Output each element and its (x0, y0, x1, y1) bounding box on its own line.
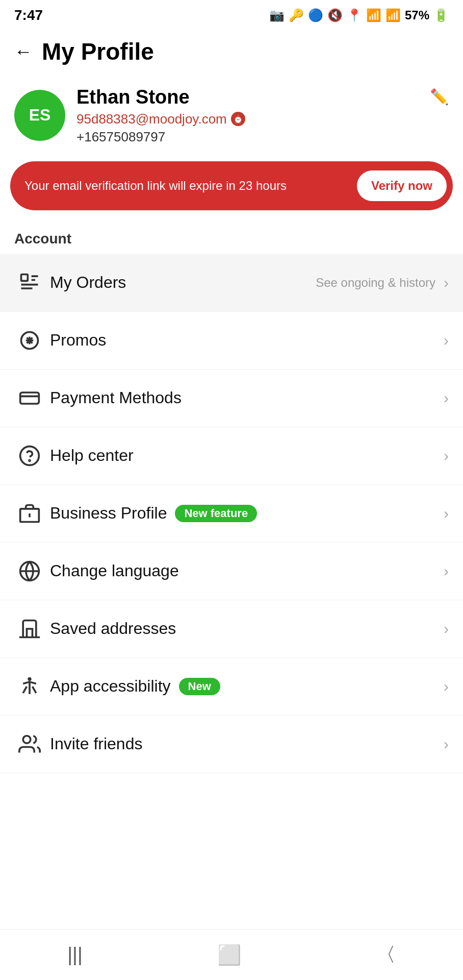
chevron-business-profile-icon: › (444, 505, 449, 522)
business-icon (14, 498, 45, 529)
accessibility-icon (14, 671, 45, 702)
chevron-payment-methods-icon: › (444, 389, 449, 407)
badge-app-accessibility: New (179, 678, 220, 695)
menu-label-help-center: Help center (50, 446, 134, 465)
nav-menu-icon[interactable]: ||| (67, 944, 83, 966)
battery-text: 57% (405, 8, 429, 22)
invite-icon (14, 729, 45, 760)
help-icon (14, 440, 45, 471)
chevron-my-orders-icon: › (444, 274, 449, 291)
verify-text: Your email verification link will expire… (24, 177, 357, 194)
battery-icon: 🔋 (433, 8, 449, 22)
video-icon: 📷 (269, 8, 285, 22)
menu-label-my-orders: My Orders (50, 273, 126, 292)
menu-label-promos: Promos (50, 331, 106, 350)
menu-label-saved-addresses: Saved addresses (50, 619, 176, 638)
chevron-saved-addresses-icon: › (444, 620, 449, 638)
menu-list: My OrdersSee ongoing & history›Promos›Pa… (0, 254, 463, 773)
menu-item-invite-friends[interactable]: Invite friends› (0, 716, 463, 773)
menu-item-promos[interactable]: Promos› (0, 312, 463, 370)
location-icon: 📍 (347, 8, 362, 22)
status-icons: 📷 🔑 🔵 🔇 📍 📶 📶 57% 🔋 (269, 8, 449, 22)
account-section-label: Account (0, 226, 463, 254)
menu-label-change-language: Change language (50, 561, 179, 580)
badge-business-profile: New feature (175, 505, 257, 522)
svg-point-8 (23, 736, 31, 743)
verify-banner: Your email verification link will expire… (10, 161, 453, 210)
menu-label-invite-friends: Invite friends (50, 734, 142, 753)
menu-label-app-accessibility: App accessibility (50, 677, 171, 696)
svg-point-7 (29, 678, 31, 680)
menu-item-change-language[interactable]: Change language› (0, 543, 463, 600)
language-icon (14, 556, 45, 586)
email-text: 95d88383@moodjoy.com (76, 111, 227, 127)
promos-icon (14, 325, 45, 356)
chevron-change-language-icon: › (444, 562, 449, 580)
nav-home-icon[interactable]: ⬜ (217, 944, 241, 966)
orders-icon (14, 267, 45, 298)
menu-item-business-profile[interactable]: Business ProfileNew feature› (0, 485, 463, 543)
menu-item-my-orders[interactable]: My OrdersSee ongoing & history› (0, 254, 463, 312)
chevron-app-accessibility-icon: › (444, 678, 449, 695)
profile-name: Ethan Stone (76, 86, 449, 109)
menu-subtitle-my-orders: See ongoing & history (316, 276, 435, 290)
profile-info: Ethan Stone 95d88383@moodjoy.com ⏰ +1657… (76, 86, 449, 145)
menu-label-payment-methods: Payment Methods (50, 388, 182, 407)
avatar: ES (14, 90, 65, 141)
payment-icon (14, 383, 45, 413)
email-clock-icon: ⏰ (231, 112, 245, 126)
menu-item-saved-addresses[interactable]: Saved addresses› (0, 600, 463, 658)
chevron-promos-icon: › (444, 332, 449, 349)
svg-point-4 (29, 460, 30, 461)
signal-icon: 📶 (385, 8, 401, 22)
svg-rect-2 (20, 393, 39, 404)
bluetooth-icon: 🔵 (308, 8, 323, 22)
chevron-help-center-icon: › (444, 447, 449, 464)
menu-item-app-accessibility[interactable]: App accessibilityNew› (0, 658, 463, 716)
profile-phone: +16575089797 (76, 129, 449, 145)
nav-bar: ||| ⬜ 〈 (0, 929, 463, 980)
header: ← My Profile (0, 29, 463, 78)
back-button[interactable]: ← (14, 41, 33, 62)
menu-item-payment-methods[interactable]: Payment Methods› (0, 370, 463, 427)
addresses-icon (14, 614, 45, 644)
verify-now-button[interactable]: Verify now (357, 170, 447, 201)
menu-item-help-center[interactable]: Help center› (0, 427, 463, 485)
menu-label-business-profile: Business Profile (50, 504, 167, 523)
status-time: 7:47 (14, 7, 43, 23)
svg-rect-0 (21, 274, 28, 281)
mute-icon: 🔇 (327, 8, 343, 22)
nav-back-icon[interactable]: 〈 (376, 942, 396, 968)
edit-profile-icon[interactable]: ✏️ (430, 88, 449, 106)
profile-email: 95d88383@moodjoy.com ⏰ (76, 111, 449, 127)
chevron-invite-friends-icon: › (444, 736, 449, 753)
wifi-icon: 📶 (366, 8, 381, 22)
profile-section: ES Ethan Stone 95d88383@moodjoy.com ⏰ +1… (0, 78, 463, 157)
status-bar: 7:47 📷 🔑 🔵 🔇 📍 📶 📶 57% 🔋 (0, 0, 463, 29)
page-title: My Profile (42, 38, 154, 65)
key-icon: 🔑 (289, 8, 304, 22)
